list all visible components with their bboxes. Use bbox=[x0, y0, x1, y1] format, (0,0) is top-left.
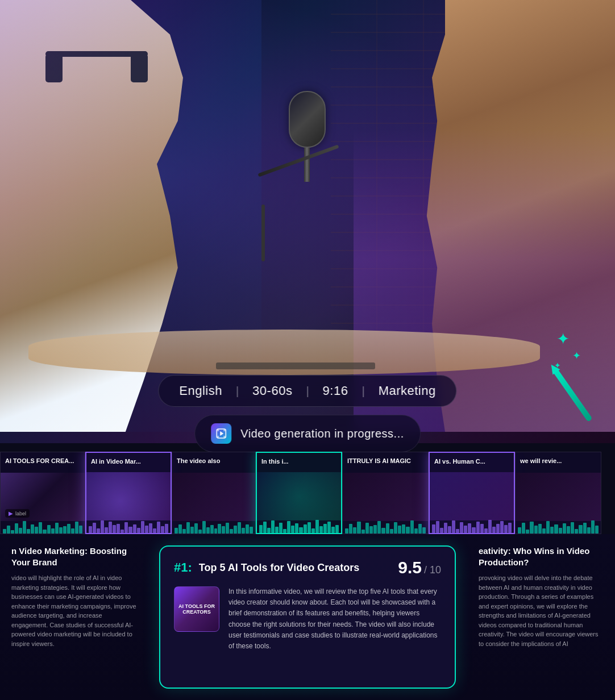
bottom-right-title: eativity: Who Wins in Video Production? bbox=[479, 545, 604, 568]
video-card-1[interactable]: AI TOOLS FOR CREA... ▶ label bbox=[0, 452, 85, 534]
video-card-3[interactable]: The video also bbox=[172, 452, 256, 534]
svg-rect-4 bbox=[217, 436, 219, 438]
progress-text: Video generation in progress... bbox=[240, 427, 404, 440]
video-card-6[interactable]: AI vs. Human C... bbox=[429, 452, 515, 534]
card-6-title: AI vs. Human C... bbox=[434, 457, 509, 465]
card-5-title: ITTRULY IS AI MAGIC bbox=[347, 457, 423, 465]
card-2-title: AI in Video Mar... bbox=[91, 457, 166, 465]
svg-rect-5 bbox=[223, 436, 225, 438]
svg-rect-2 bbox=[217, 430, 219, 431]
result-description: In this informative video, we will revie… bbox=[228, 586, 441, 652]
waveform-3 bbox=[172, 519, 255, 534]
result-rank-num: #1: bbox=[174, 560, 192, 574]
waveform-6 bbox=[430, 519, 514, 533]
result-header: #1: Top 5 AI Tools for Video Creators 9.… bbox=[174, 558, 441, 577]
bottom-section: n Video Marketing: Boosting Your Brand v… bbox=[0, 534, 615, 700]
label-text-1: label bbox=[15, 511, 26, 516]
card-1-title: AI TOOLS FOR CREA... bbox=[5, 457, 80, 465]
result-title: Top 5 AI Tools for Video Creators bbox=[199, 562, 359, 574]
video-card-5[interactable]: ITTRULY IS AI MAGIC bbox=[342, 452, 429, 534]
laptop bbox=[216, 363, 375, 369]
bottom-right-panel: eativity: Who Wins in Video Production? … bbox=[467, 534, 615, 700]
ratio-label: 9:16 bbox=[323, 384, 348, 398]
bottom-left-panel: n Video Marketing: Boosting Your Brand v… bbox=[0, 534, 148, 700]
language-label: English bbox=[179, 384, 222, 398]
waveform-5 bbox=[343, 519, 428, 534]
sparkle-2: ✦ bbox=[572, 349, 581, 362]
category-label: Marketing bbox=[379, 384, 436, 398]
result-card: #1: Top 5 AI Tools for Video Creators 9.… bbox=[159, 545, 456, 689]
card-4-title: In this i... bbox=[261, 457, 336, 465]
headphones bbox=[45, 45, 159, 102]
svg-rect-3 bbox=[223, 430, 225, 431]
video-card-7[interactable]: we will revie... bbox=[515, 452, 601, 534]
result-body: AI TOOLS FOR CREATORS In this informativ… bbox=[174, 586, 441, 652]
duration-label: 30-60s bbox=[252, 384, 292, 398]
label-badge-1: ▶ label bbox=[5, 509, 30, 518]
waveform-1 bbox=[1, 519, 85, 534]
card-3-title: The video also bbox=[177, 457, 251, 465]
bottom-left-title: n Video Marketing: Boosting Your Brand bbox=[11, 545, 136, 568]
waveform-2 bbox=[86, 519, 171, 533]
svg-marker-1 bbox=[220, 431, 223, 436]
video-card-2[interactable]: AI in Video Mar... bbox=[85, 452, 172, 534]
divider-1: | bbox=[236, 385, 239, 398]
info-bar: English | 30-60s | 9:16 | Marketing bbox=[158, 375, 456, 407]
result-rank: #1: bbox=[174, 560, 192, 575]
card-7-title: we will revie... bbox=[520, 457, 596, 465]
progress-container: Video generation in progress... bbox=[194, 415, 421, 452]
video-card-4[interactable]: In this i... bbox=[256, 452, 342, 534]
divider-3: | bbox=[361, 385, 364, 398]
bottom-center: #1: Top 5 AI Tools for Video Creators 9.… bbox=[148, 534, 467, 700]
progress-icon bbox=[211, 423, 231, 444]
result-score: 9.5 / 10 bbox=[398, 558, 441, 577]
bottom-right-body: provoking video will delve into the deba… bbox=[479, 573, 604, 648]
sparkle-1: ✦ bbox=[556, 330, 570, 348]
score-denominator: / 10 bbox=[424, 564, 441, 576]
video-strip: AI TOOLS FOR CREA... ▶ label bbox=[0, 452, 615, 534]
waveform-4 bbox=[257, 519, 341, 533]
score-number: 9.5 bbox=[398, 558, 422, 577]
divider-2: | bbox=[306, 385, 309, 398]
result-thumbnail: AI TOOLS FOR CREATORS bbox=[174, 586, 219, 632]
waveform-7 bbox=[516, 519, 601, 534]
microphone-assembly bbox=[250, 91, 364, 318]
bottom-left-body: video will highlight the role of AI in v… bbox=[11, 573, 136, 648]
